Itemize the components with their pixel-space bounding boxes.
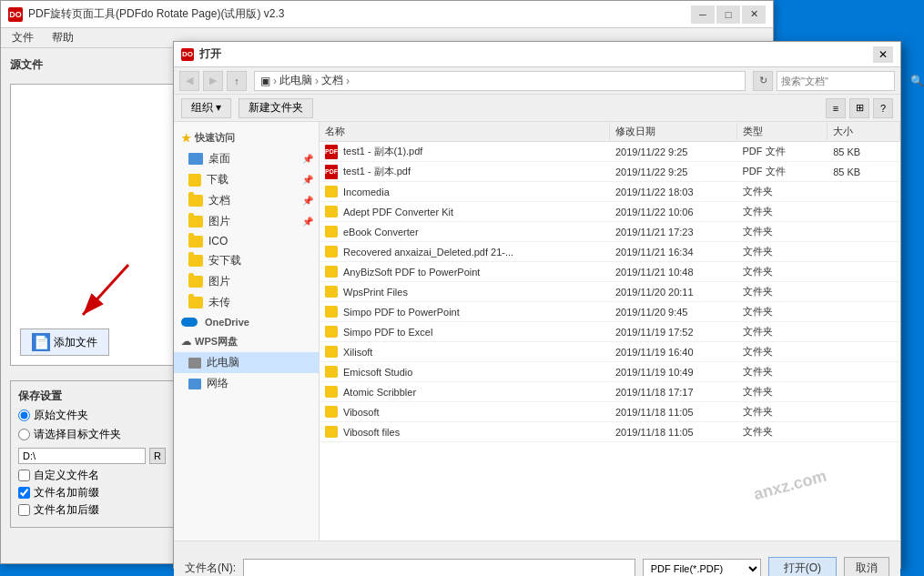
sidebar-label-pictures: 图片: [208, 214, 230, 229]
table-row[interactable]: AnyBizSoft PDF to PowerPoint2019/11/21 1…: [320, 262, 900, 282]
file-name-text: Vibosoft: [343, 407, 380, 418]
table-row[interactable]: Vibosoft files2019/11/18 11:05文件夹: [320, 422, 900, 442]
docs-folder-icon: [188, 195, 203, 207]
file-name-cell: Xilisoft: [320, 344, 610, 359]
sidebar-label-anxiazai: 安下载: [208, 253, 241, 268]
file-date-cell: 2019/11/21 16:34: [610, 245, 737, 259]
col-header-name[interactable]: 名称: [320, 123, 610, 140]
dialog-main: ★ 快速访问 桌面 📌 下载 📌 文档 📌 图片 📌: [174, 122, 900, 541]
table-row[interactable]: Simpo PDF to Excel2019/11/19 17:52文件夹: [320, 322, 900, 342]
wps-icon: ☁: [181, 336, 191, 348]
filetype-select[interactable]: PDF File(*.PDF): [643, 559, 761, 577]
col-header-size[interactable]: 大小: [828, 123, 900, 140]
table-row[interactable]: Emicsoft Studio2019/11/19 10:49文件夹: [320, 362, 900, 382]
nav-forward-button[interactable]: ▶: [203, 71, 223, 91]
table-row[interactable]: Xilisoft2019/11/19 16:40文件夹: [320, 342, 900, 362]
col-header-type[interactable]: 类型: [737, 123, 828, 140]
sidebar-item-docs[interactable]: 文档 📌: [174, 190, 319, 211]
cancel-button[interactable]: 取消: [844, 557, 889, 577]
file-name-cell: Simpo PDF to PowerPoint: [320, 304, 610, 319]
open-button[interactable]: 打开(O): [768, 557, 837, 577]
weichuan-folder-icon: [188, 297, 203, 308]
sidebar-item-this-pc[interactable]: 此电脑: [174, 352, 319, 373]
add-file-button[interactable]: 📄 添加文件: [20, 328, 109, 356]
dialog-title: 打开: [199, 46, 221, 62]
network-icon: [188, 379, 201, 389]
table-row[interactable]: Recovered anxaizai_Deleted.pdf 21-...201…: [320, 242, 900, 262]
file-name-cell: PDFtest1 - 副本.pdf: [320, 163, 610, 181]
dialog-close-button[interactable]: ✕: [873, 46, 893, 63]
checkbox-suffix-input[interactable]: [18, 504, 30, 516]
organize-button[interactable]: 组织 ▾: [181, 98, 231, 118]
browse-button[interactable]: R: [149, 448, 166, 464]
folder-icon: [325, 206, 338, 217]
table-row[interactable]: Vibosoft2019/11/18 11:05文件夹: [320, 402, 900, 422]
table-row[interactable]: Atomic Scribbler2019/11/18 17:17文件夹: [320, 382, 900, 402]
folder-icon: [325, 326, 338, 338]
table-row[interactable]: PDFtest1 - 副本(1).pdf2019/11/22 9:25PDF 文…: [320, 142, 900, 162]
onedrive-label: OneDrive: [205, 317, 249, 328]
close-button[interactable]: ✕: [742, 5, 766, 24]
checkbox-custom-name-input[interactable]: [18, 470, 30, 481]
filename-input[interactable]: [243, 559, 635, 577]
file-date-cell: 2019/11/21 10:48: [610, 265, 737, 279]
nav-up-button[interactable]: ↑: [227, 71, 247, 91]
file-size-cell: [828, 250, 900, 254]
sidebar-item-anxiazai[interactable]: 安下载: [174, 250, 319, 271]
filelist-body[interactable]: PDFtest1 - 副本(1).pdf2019/11/22 9:25PDF 文…: [320, 142, 900, 541]
sidebar-item-pictures2[interactable]: 图片: [174, 271, 319, 292]
help-button[interactable]: ?: [873, 98, 893, 118]
menu-file[interactable]: 文件: [8, 29, 37, 46]
table-row[interactable]: Adept PDF Converter Kit2019/11/22 10:06文…: [320, 202, 900, 222]
search-input[interactable]: [781, 76, 907, 86]
nav-back-button[interactable]: ◀: [179, 71, 199, 91]
path-input[interactable]: [18, 448, 146, 464]
maximize-button[interactable]: □: [716, 5, 740, 24]
sidebar-item-weichuan[interactable]: 未传: [174, 292, 319, 313]
file-date-cell: 2019/11/21 17:23: [610, 225, 737, 239]
file-type-cell: 文件夹: [737, 383, 828, 400]
sidebar-item-desktop[interactable]: 桌面 📌: [174, 148, 319, 169]
wps-header: ☁ WPS网盘: [174, 331, 319, 352]
folder-icon: [325, 186, 338, 197]
nav-refresh-button[interactable]: ↻: [753, 71, 773, 91]
col-header-date[interactable]: 修改日期: [610, 123, 737, 140]
checkbox-prefix-input[interactable]: [18, 487, 30, 499]
menu-help[interactable]: 帮助: [48, 29, 77, 46]
new-folder-button[interactable]: 新建文件夹: [239, 98, 313, 118]
file-size-cell: [828, 270, 900, 274]
breadcrumb-bar[interactable]: ▣ › 此电脑 › 文档 ›: [254, 71, 746, 91]
file-name-cell: Vibosoft files: [320, 424, 610, 440]
radio-custom-input[interactable]: [18, 429, 30, 440]
sidebar-label-this-pc: 此电脑: [207, 355, 239, 370]
file-type-cell: 文件夹: [737, 283, 828, 300]
file-date-cell: 2019/11/19 17:52: [610, 325, 737, 339]
table-row[interactable]: PDFtest1 - 副本.pdf2019/11/22 9:25PDF 文件85…: [320, 162, 900, 182]
pin-icon: 📌: [302, 154, 313, 164]
table-row[interactable]: eBook Converter2019/11/21 17:23文件夹: [320, 222, 900, 242]
folder-icon: [325, 306, 338, 318]
table-row[interactable]: Simpo PDF to PowerPoint2019/11/20 9:45文件…: [320, 302, 900, 322]
table-row[interactable]: Incomedia2019/11/22 18:03文件夹: [320, 182, 900, 202]
sidebar-item-pictures[interactable]: 图片 📌: [174, 211, 319, 232]
view-details-button[interactable]: ≡: [826, 98, 846, 118]
file-name-cell: Incomedia: [320, 184, 610, 199]
dialog-actionbar: 组织 ▾ 新建文件夹 ≡ ⊞ ?: [174, 95, 900, 122]
file-name-text: Vibosoft files: [343, 427, 400, 438]
sidebar-item-download[interactable]: 下载 📌: [174, 169, 319, 190]
minimize-button[interactable]: ─: [691, 5, 715, 24]
dialog-sidebar: ★ 快速访问 桌面 📌 下载 📌 文档 📌 图片 📌: [174, 122, 320, 541]
view-tiles-button[interactable]: ⊞: [849, 98, 869, 118]
table-row[interactable]: WpsPrint Files2019/11/20 20:11文件夹: [320, 282, 900, 302]
radio-original-input[interactable]: [18, 409, 30, 421]
file-size-cell: [828, 410, 900, 414]
filename-label: 文件名(N):: [185, 561, 236, 576]
wps-label: WPS网盘: [195, 335, 238, 349]
search-icon: 🔍: [910, 75, 924, 87]
file-size-cell: [828, 230, 900, 234]
file-date-cell: 2019/11/22 9:25: [610, 165, 737, 179]
search-bar[interactable]: 🔍: [777, 71, 895, 91]
sidebar-item-network[interactable]: 网络: [174, 373, 319, 394]
sidebar-item-ico[interactable]: ICO: [174, 232, 319, 250]
file-name-text: Incomedia: [343, 187, 390, 197]
